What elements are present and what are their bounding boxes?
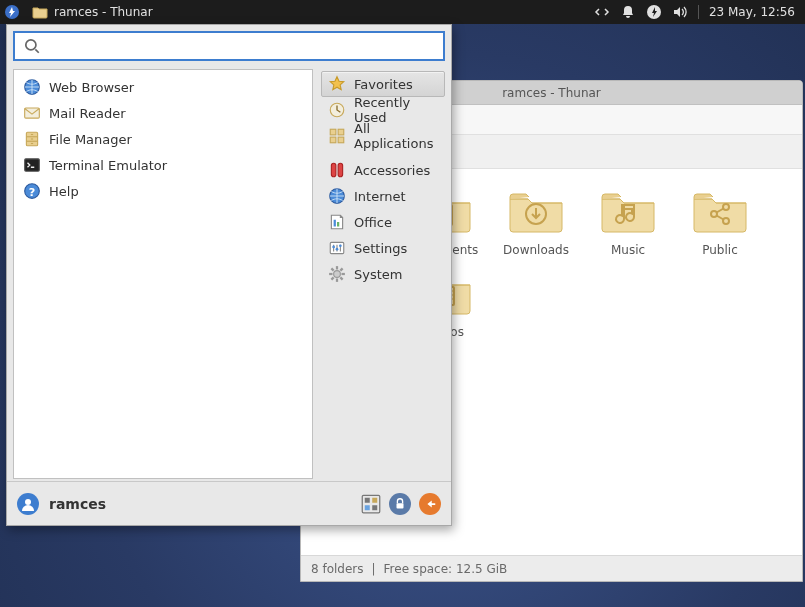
svg-rect-48 bbox=[334, 220, 336, 227]
svg-rect-36 bbox=[31, 143, 33, 144]
network-icon[interactable] bbox=[594, 4, 610, 20]
folder-label: Downloads bbox=[503, 243, 569, 257]
folder-item[interactable]: Downloads bbox=[497, 187, 575, 257]
svg-rect-43 bbox=[330, 137, 336, 143]
categories-list: FavoritesRecently UsedAll ApplicationsAc… bbox=[315, 67, 451, 481]
svg-rect-68 bbox=[365, 497, 370, 502]
folder-icon bbox=[690, 187, 750, 237]
favorites-list: Web BrowserMail ReaderFile ManagerTermin… bbox=[13, 69, 313, 479]
user-avatar-icon bbox=[17, 493, 39, 515]
category-item[interactable]: Office bbox=[321, 209, 445, 235]
category-label: All Applications bbox=[354, 121, 438, 151]
svg-rect-44 bbox=[338, 137, 344, 143]
panel-separator bbox=[698, 5, 699, 19]
svg-point-27 bbox=[26, 40, 36, 50]
category-label: Settings bbox=[354, 241, 407, 256]
category-item[interactable]: Recently Used bbox=[321, 97, 445, 123]
svg-point-54 bbox=[332, 246, 335, 249]
menu-footer: ramces bbox=[7, 481, 451, 525]
app-item[interactable]: File Manager bbox=[14, 126, 312, 152]
status-free-space: Free space: 12.5 GiB bbox=[384, 562, 508, 576]
svg-rect-69 bbox=[372, 497, 377, 502]
logout-button[interactable] bbox=[419, 493, 441, 515]
category-item[interactable]: Favorites bbox=[321, 71, 445, 97]
svg-line-62 bbox=[331, 268, 333, 270]
volume-icon[interactable] bbox=[672, 4, 688, 20]
svg-line-65 bbox=[340, 268, 342, 270]
settings-button[interactable] bbox=[361, 494, 381, 514]
category-item[interactable]: Accessories bbox=[321, 157, 445, 183]
apps-icon bbox=[328, 127, 346, 145]
svg-rect-37 bbox=[25, 159, 40, 171]
status-folder-count: 8 folders bbox=[311, 562, 364, 576]
window-title: ramces - Thunar bbox=[502, 86, 601, 100]
clock[interactable]: 23 May, 12:56 bbox=[709, 5, 795, 19]
svg-rect-35 bbox=[31, 138, 33, 139]
category-label: Accessories bbox=[354, 163, 430, 178]
category-item[interactable]: System bbox=[321, 261, 445, 287]
category-label: Favorites bbox=[354, 77, 413, 92]
cabinet-icon bbox=[23, 130, 41, 148]
folder-icon bbox=[32, 4, 48, 20]
swiss-icon bbox=[328, 161, 346, 179]
folder-icon bbox=[598, 187, 658, 237]
category-separator bbox=[321, 149, 445, 157]
svg-line-28 bbox=[35, 49, 38, 52]
notifications-icon[interactable] bbox=[620, 4, 636, 20]
svg-rect-34 bbox=[31, 134, 33, 135]
username-label: ramces bbox=[49, 496, 106, 512]
svg-text:?: ? bbox=[29, 186, 36, 199]
svg-rect-45 bbox=[331, 163, 336, 177]
sliders-icon bbox=[328, 239, 346, 257]
globe-icon bbox=[23, 78, 41, 96]
taskbar-item-thunar[interactable]: ramces - Thunar bbox=[26, 4, 159, 20]
app-item[interactable]: Mail Reader bbox=[14, 100, 312, 126]
svg-point-56 bbox=[339, 244, 342, 247]
taskbar-item-label: ramces - Thunar bbox=[54, 5, 153, 19]
user-button[interactable]: ramces bbox=[17, 493, 106, 515]
svg-rect-41 bbox=[330, 129, 336, 135]
svg-rect-42 bbox=[338, 129, 344, 135]
svg-point-66 bbox=[25, 499, 31, 505]
gear-icon bbox=[328, 265, 346, 283]
svg-rect-72 bbox=[397, 503, 404, 508]
category-item[interactable]: Settings bbox=[321, 235, 445, 261]
application-menu: Web BrowserMail ReaderFile ManagerTermin… bbox=[6, 24, 452, 526]
help-icon: ? bbox=[23, 182, 41, 200]
status-separator: | bbox=[372, 562, 376, 576]
lock-button[interactable] bbox=[389, 493, 411, 515]
category-label: System bbox=[354, 267, 402, 282]
star-icon bbox=[328, 75, 346, 93]
folder-item[interactable]: Public bbox=[681, 187, 759, 257]
app-item[interactable]: Web Browser bbox=[14, 74, 312, 100]
office-icon bbox=[328, 213, 346, 231]
folder-label: Music bbox=[611, 243, 645, 257]
power-manager-icon[interactable] bbox=[646, 4, 662, 20]
folder-item[interactable]: Music bbox=[589, 187, 667, 257]
app-item-label: File Manager bbox=[49, 132, 132, 147]
svg-rect-49 bbox=[337, 222, 339, 227]
terminal-icon bbox=[23, 156, 41, 174]
search-input[interactable] bbox=[47, 38, 435, 54]
category-item[interactable]: All Applications bbox=[321, 123, 445, 149]
svg-line-63 bbox=[340, 277, 342, 279]
globe-icon bbox=[328, 187, 346, 205]
category-label: Office bbox=[354, 215, 392, 230]
category-item[interactable]: Internet bbox=[321, 183, 445, 209]
svg-rect-71 bbox=[372, 505, 377, 510]
whisker-menu-icon[interactable] bbox=[4, 4, 20, 20]
mail-icon bbox=[23, 104, 41, 122]
svg-rect-70 bbox=[365, 505, 370, 510]
folder-label: Public bbox=[702, 243, 738, 257]
svg-point-57 bbox=[334, 271, 341, 278]
svg-rect-46 bbox=[338, 163, 343, 177]
app-item[interactable]: ?Help bbox=[14, 178, 312, 204]
statusbar: 8 folders | Free space: 12.5 GiB bbox=[301, 555, 802, 581]
app-item[interactable]: Terminal Emulator bbox=[14, 152, 312, 178]
folder-icon bbox=[506, 187, 566, 237]
svg-line-64 bbox=[331, 277, 333, 279]
top-panel: ramces - Thunar 23 May, 12:56 bbox=[0, 0, 805, 24]
search-field-wrapper[interactable] bbox=[13, 31, 445, 61]
svg-rect-30 bbox=[25, 108, 40, 118]
app-item-label: Terminal Emulator bbox=[49, 158, 167, 173]
